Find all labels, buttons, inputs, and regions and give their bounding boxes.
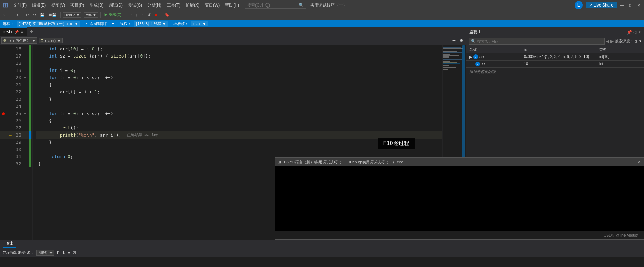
breakpoint-25[interactable]: ●: [0, 110, 7, 117]
menu-extensions[interactable]: 扩展(X): [183, 2, 202, 9]
watch-row-arr[interactable]: ▶ v arr 0x009ef8e4 {1, 2, 3, 4, 5, 6, 7,…: [466, 53, 644, 61]
fwd-btn[interactable]: ⟶: [12, 12, 20, 18]
tab-output[interactable]: 输出: [3, 240, 16, 248]
menu-file[interactable]: 文件(F): [11, 2, 29, 9]
debug-config-dropdown[interactable]: Debug ▼: [63, 12, 81, 18]
close-button[interactable]: ✕: [636, 2, 641, 8]
menu-analyze[interactable]: 分析(N): [145, 2, 164, 9]
user-avatar: L: [575, 1, 583, 9]
linenum-26: 26: [14, 117, 24, 124]
gutter-line-16: 16: [0, 45, 32, 52]
output-btn-3[interactable]: ≡: [68, 250, 70, 255]
tab-close-btn[interactable]: ✕: [20, 29, 24, 34]
main-toolbar: ⟵ ⟶ ↩ ↪ 💾 ⊞💾 Debug ▼ x86 ▼ ▶ 继续(C) ⤏ ↓ ↑…: [0, 10, 644, 20]
title-search-input[interactable]: [247, 3, 299, 8]
watch-collapse-btn[interactable]: ◁: [633, 30, 636, 35]
menu-debug[interactable]: 调试(D): [106, 2, 126, 9]
live-share-button[interactable]: ↗ Live Share: [586, 2, 617, 8]
stop-btn[interactable]: ■: [154, 12, 159, 18]
depth-arrow[interactable]: ▼: [639, 39, 642, 43]
output-source-select[interactable]: 调试: [36, 250, 54, 256]
linenum-24: 24: [14, 103, 24, 110]
output-btn-2[interactable]: ⬇: [62, 250, 66, 255]
terminal-close-btn[interactable]: ✕: [638, 160, 641, 164]
menu-tools[interactable]: 工具(T): [164, 2, 183, 9]
restart-btn[interactable]: ↺: [146, 12, 152, 18]
terminal-minimize[interactable]: —: [631, 160, 635, 164]
debug-status-bar: 进程： [14724] 实用调试技巧（一）.exe ▼ 生命周期事件 ▼ 线程：…: [0, 20, 644, 27]
code-line-23: }: [36, 96, 442, 103]
settings-icon[interactable]: ⚙: [458, 38, 465, 43]
add-watch-btn[interactable]: +: [451, 38, 457, 44]
fold-20[interactable]: −: [24, 74, 29, 81]
gutter-line-24: 24: [0, 103, 32, 110]
watch-type-arr: int[10]: [596, 53, 644, 60]
watch-row-sz[interactable]: v sz 10 int: [466, 61, 644, 68]
green-bar-30: [29, 146, 31, 153]
redo-btn[interactable]: ↪: [31, 12, 37, 18]
gutter-line-31: 31: [0, 153, 32, 160]
title-search-box[interactable]: 🔍: [245, 2, 306, 9]
new-tab-btn[interactable]: +: [27, 29, 36, 35]
menu-edit[interactable]: 编辑(E): [29, 2, 49, 9]
watch-search-box[interactable]: 🔍: [469, 38, 605, 45]
lifecycle-label: 生命周期事件: [86, 21, 108, 26]
tab-test-c[interactable]: test.c 📌 ✕: [0, 27, 27, 36]
step-out-btn[interactable]: ↑: [141, 12, 145, 18]
menu-window[interactable]: 窗口(W): [202, 2, 222, 9]
stack-value[interactable]: main ▼: [191, 21, 208, 26]
lifecycle-dropdown[interactable]: ▼: [111, 22, 115, 26]
save-btn[interactable]: 💾: [39, 12, 46, 18]
step-into-btn[interactable]: ↓: [134, 12, 139, 18]
menu-help[interactable]: 帮助(H): [222, 2, 242, 9]
menu-view[interactable]: 视图(V): [49, 2, 68, 9]
watch-close-btn[interactable]: ✕: [638, 30, 641, 35]
linenum-21: 21: [14, 81, 24, 88]
code-selector-bar: ⚙ （全局范围） ▼ ⚙ main() ▼ + ⚙: [0, 36, 466, 45]
gutter-line-17: 17: [0, 52, 32, 60]
step-over-btn[interactable]: ⤏: [127, 12, 133, 18]
scope-selector[interactable]: ⚙ （全局范围） ▼: [1, 37, 37, 44]
green-bar-22: [29, 88, 31, 96]
arch-dropdown[interactable]: x86 ▼: [84, 12, 98, 18]
nav-back-icon[interactable]: ◀: [606, 39, 609, 44]
output-btn-1[interactable]: ⬆: [56, 250, 60, 255]
maximize-button[interactable]: □: [628, 2, 633, 8]
undo-btn[interactable]: ↩: [24, 12, 30, 18]
code-line-16: int arr[10] = { 0 };: [36, 45, 442, 52]
watch-val-sz: 10: [521, 61, 596, 67]
code-line-28: printf("%d\n", arr[i]); 已用时间 <= 1ms: [36, 131, 442, 139]
expand-icon-arr[interactable]: ▶: [469, 55, 472, 59]
thread-value[interactable]: [13548] 主线程 ▼: [134, 21, 168, 27]
code-line-19: int i = 0;: [36, 67, 442, 74]
green-bar-21: [29, 81, 31, 88]
terminal-icon: ⊞: [278, 160, 281, 164]
back-btn[interactable]: ⟵: [2, 12, 10, 18]
watch-title: 监视 1: [469, 29, 627, 35]
active-file-title: 实用调试技巧（一）: [310, 2, 347, 8]
watch-add-hint[interactable]: 添加要监视的项: [466, 68, 644, 76]
scope-label: （全局范围）: [8, 38, 30, 43]
nav-fwd-icon[interactable]: ▶: [610, 39, 614, 44]
output-btn-4[interactable]: ⊠: [72, 250, 76, 255]
fold-25[interactable]: −: [24, 110, 29, 117]
tab-label: test.c: [3, 29, 13, 34]
scope-icon: ⚙: [3, 38, 6, 43]
menu-project[interactable]: 项目(P): [68, 2, 87, 9]
save-all-btn[interactable]: ⊞💾: [48, 12, 58, 18]
continue-btn[interactable]: ▶ 继续(C): [103, 12, 123, 18]
watch-search-input[interactable]: [477, 39, 602, 43]
watch-pin-btn[interactable]: 📌: [627, 30, 632, 35]
terminal-footer: CSDN @The August: [275, 231, 644, 239]
depth-value: 3: [635, 39, 637, 43]
code-line-20: for (i = 0; i < sz; i++): [36, 74, 442, 81]
code-line-30: [36, 146, 442, 153]
tab-pin-icon: 📌: [15, 30, 19, 34]
bookmark-btn[interactable]: 🔖: [163, 12, 171, 18]
menu-build[interactable]: 生成(B): [87, 2, 106, 9]
menu-test[interactable]: 测试(S): [126, 2, 145, 9]
minimize-button[interactable]: —: [619, 2, 625, 8]
process-value[interactable]: [14724] 实用调试技巧（一）.exe ▼: [17, 21, 80, 27]
watch-val-arr: 0x009ef8e4 {1, 2, 3, 4, 5, 6, 7, 8, 9, 1…: [521, 53, 596, 60]
func-selector[interactable]: ⚙ main() ▼: [39, 38, 63, 43]
